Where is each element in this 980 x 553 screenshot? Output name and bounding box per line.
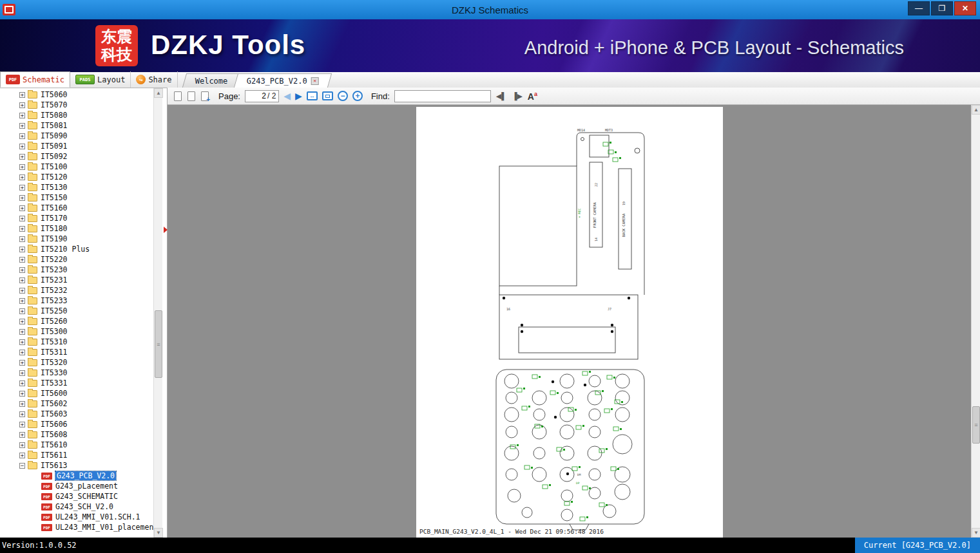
expand-icon[interactable]: + bbox=[19, 185, 25, 191]
tree-folder-IT5610[interactable]: +IT5610 bbox=[0, 440, 153, 450]
viewer-scroll-thumb[interactable]: ≡ bbox=[972, 406, 980, 444]
tree-folder-IT5608[interactable]: +IT5608 bbox=[0, 429, 153, 440]
expand-icon[interactable]: + bbox=[19, 205, 25, 211]
expand-icon[interactable]: + bbox=[19, 411, 25, 417]
find-input[interactable] bbox=[394, 90, 491, 102]
expand-icon[interactable]: + bbox=[19, 102, 25, 108]
scroll-down-icon[interactable]: ▼ bbox=[154, 528, 163, 538]
close-button[interactable]: ✕ bbox=[954, 1, 976, 15]
tree-folder-IT5231[interactable]: +IT5231 bbox=[0, 275, 153, 285]
next-page-icon[interactable]: ▶ bbox=[295, 91, 302, 100]
pdf-page[interactable]: MD14 MDT3 FRONT CAMERA BACK CAMERA + REC… bbox=[416, 107, 723, 538]
tree-file-G243_SCH_V2.0[interactable]: PDFG243_SCH_V2.0 bbox=[0, 501, 153, 512]
tree-file-UL243_MMI_V01_placement[interactable]: PDFUL243_MMI_V01_placement bbox=[0, 522, 153, 532]
tab-schematic[interactable]: PDF Schematic bbox=[0, 71, 70, 88]
tree-folder-IT5170[interactable]: +IT5170 bbox=[0, 213, 153, 223]
scroll-up-icon[interactable]: ▲ bbox=[154, 88, 163, 98]
tree-folder-IT5611[interactable]: +IT5611 bbox=[0, 450, 153, 460]
tree-file-G243_SCHEMATIC[interactable]: PDFG243_SCHEMATIC bbox=[0, 491, 153, 501]
page-number-input[interactable] bbox=[248, 91, 266, 100]
tree-folder-IT5081[interactable]: +IT5081 bbox=[0, 120, 153, 131]
tree-folder-IT5330[interactable]: +IT5330 bbox=[0, 368, 153, 378]
expand-icon[interactable]: + bbox=[19, 391, 25, 397]
expand-icon[interactable]: + bbox=[19, 257, 25, 263]
expand-icon[interactable]: + bbox=[19, 319, 25, 324]
tree-folder-IT5600[interactable]: +IT5600 bbox=[0, 388, 153, 398]
page-add-icon[interactable] bbox=[201, 91, 209, 101]
sidebar-scrollbar[interactable]: ▲ ≡ ▼ bbox=[153, 88, 162, 538]
tree-folder-IT5311[interactable]: +IT5311 bbox=[0, 347, 153, 357]
find-previous-icon[interactable]: ◀▌ bbox=[495, 91, 507, 101]
tree-folder-IT5613[interactable]: −IT5613 bbox=[0, 460, 153, 471]
expand-icon[interactable]: + bbox=[19, 422, 25, 427]
tree-folder-IT5180[interactable]: +IT5180 bbox=[0, 223, 153, 234]
expand-icon[interactable]: + bbox=[19, 329, 25, 335]
expand-icon[interactable]: + bbox=[19, 133, 25, 139]
expand-icon[interactable]: + bbox=[19, 267, 25, 273]
tree-folder-IT5060[interactable]: +IT5060 bbox=[0, 89, 153, 100]
viewer-scrollbar[interactable]: ▲ ≡ ▼ bbox=[971, 105, 980, 538]
tree-folder-IT5603[interactable]: +IT5603 bbox=[0, 409, 153, 419]
tree-folder-IT5230[interactable]: +IT5230 bbox=[0, 265, 153, 275]
expand-icon[interactable]: + bbox=[19, 360, 25, 366]
tree-folder-IT5120[interactable]: +IT5120 bbox=[0, 172, 153, 182]
fit-width-icon[interactable]: ↔ bbox=[307, 91, 318, 100]
tree-folder-IT5331[interactable]: +IT5331 bbox=[0, 378, 153, 388]
expand-icon[interactable]: + bbox=[19, 154, 25, 160]
tree-folder-IT5260[interactable]: +IT5260 bbox=[0, 316, 153, 326]
expand-icon[interactable]: + bbox=[19, 288, 25, 294]
tree-folder-IT5300[interactable]: +IT5300 bbox=[0, 326, 153, 337]
minimize-button[interactable]: — bbox=[908, 1, 930, 15]
tree-folder-IT5233[interactable]: +IT5233 bbox=[0, 295, 153, 306]
maximize-button[interactable]: ❐ bbox=[931, 1, 953, 15]
tree-folder-IT5100[interactable]: +IT5100 bbox=[0, 162, 153, 172]
expand-icon[interactable]: + bbox=[19, 298, 25, 304]
tab-share[interactable]: ↪ Share bbox=[131, 71, 177, 88]
expand-icon[interactable]: + bbox=[19, 401, 25, 407]
tab-layout[interactable]: PADS Layout bbox=[70, 71, 131, 88]
expand-icon[interactable]: + bbox=[19, 144, 25, 149]
tree-file-G243_pLacement[interactable]: PDFG243_pLacement bbox=[0, 481, 153, 491]
tree-folder-IT5090[interactable]: +IT5090 bbox=[0, 131, 153, 141]
tree-file-UL243_MMI_V01.SCH.1[interactable]: PDFUL243_MMI_V01.SCH.1 bbox=[0, 512, 153, 522]
tree-folder-IT5091[interactable]: +IT5091 bbox=[0, 141, 153, 151]
tree-folder-IT5220[interactable]: +IT5220 bbox=[0, 254, 153, 265]
expand-icon[interactable]: + bbox=[19, 113, 25, 118]
expand-icon[interactable]: + bbox=[19, 308, 25, 314]
expand-icon[interactable]: + bbox=[19, 123, 25, 129]
expand-icon[interactable]: + bbox=[19, 195, 25, 201]
viewer-scroll-up-icon[interactable]: ▲ bbox=[972, 105, 980, 115]
expand-icon[interactable]: + bbox=[19, 216, 25, 221]
expand-icon[interactable]: + bbox=[19, 164, 25, 170]
tree-folder-IT5160[interactable]: +IT5160 bbox=[0, 203, 153, 213]
expand-icon[interactable]: + bbox=[19, 277, 25, 283]
viewer-scroll-down-icon[interactable]: ▼ bbox=[972, 528, 980, 538]
tree-folder-IT5602[interactable]: +IT5602 bbox=[0, 398, 153, 409]
expand-icon[interactable]: + bbox=[19, 442, 25, 448]
expand-icon[interactable]: + bbox=[19, 453, 25, 458]
tree-folder-IT5210 Plus[interactable]: +IT5210 Plus bbox=[0, 244, 153, 254]
tree-folder-IT5310[interactable]: +IT5310 bbox=[0, 337, 153, 347]
expand-icon[interactable]: + bbox=[19, 174, 25, 180]
close-tab-icon[interactable]: ✕ bbox=[311, 77, 319, 85]
fit-page-icon[interactable] bbox=[322, 91, 333, 100]
tree-folder-IT5070[interactable]: +IT5070 bbox=[0, 100, 153, 110]
tree-file-G243_PCB_V2.0[interactable]: PDFG243_PCB_V2.0 bbox=[0, 471, 153, 481]
expand-icon[interactable]: + bbox=[19, 226, 25, 232]
doc-tab-G243_PCB_V2.0[interactable]: G243_PCB_V2.0✕ bbox=[234, 73, 332, 88]
expand-icon[interactable]: + bbox=[19, 380, 25, 386]
sidebar-scroll-thumb[interactable]: ≡ bbox=[155, 310, 162, 378]
expand-icon[interactable]: + bbox=[19, 370, 25, 376]
zoom-out-icon[interactable]: − bbox=[338, 91, 348, 101]
expand-icon[interactable]: + bbox=[19, 350, 25, 355]
expand-icon[interactable]: + bbox=[19, 92, 25, 98]
page-single-icon[interactable] bbox=[174, 91, 182, 101]
tree-folder-IT5092[interactable]: +IT5092 bbox=[0, 151, 153, 162]
tree-folder-IT5606[interactable]: +IT5606 bbox=[0, 419, 153, 429]
previous-page-icon[interactable]: ◀ bbox=[283, 91, 291, 100]
collapse-icon[interactable]: − bbox=[19, 463, 25, 469]
expand-icon[interactable]: + bbox=[19, 247, 25, 252]
tree-folder-IT5190[interactable]: +IT5190 bbox=[0, 234, 153, 244]
page-double-icon[interactable] bbox=[187, 91, 195, 101]
zoom-in-icon[interactable]: + bbox=[352, 91, 363, 101]
